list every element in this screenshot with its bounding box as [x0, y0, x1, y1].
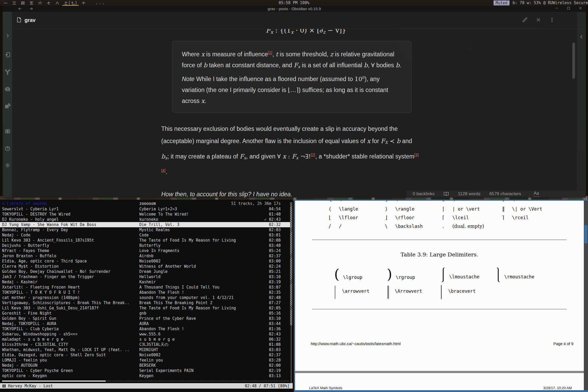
page-indicator: Page 4 of 9 [553, 341, 573, 346]
workspace-tab[interactable] [46, 0, 51, 6]
track-row[interactable]: Nedaj, TOKYOPILL - AURAAURA03:44 [0, 321, 290, 326]
help-icon[interactable] [5, 146, 10, 152]
history-back-icon[interactable] [18, 7, 22, 11]
obsidian-status-bar: 0 backlinks 1128 words 6578 characters A… [406, 190, 586, 197]
track-row[interactable]: Jak3 / Trashman - Finger on the TriggerH… [0, 274, 290, 279]
track-row[interactable]: bliss3three - C3L3STIAL_CITYC3L3STIAL天の0… [0, 342, 290, 347]
settings-gear-icon[interactable] [5, 162, 10, 169]
music-player-terminal: < Library of uwuton zooooom 51 tracks, 2… [0, 200, 293, 392]
track-row[interactable]: TOKYOPILL - Cyber Psyche GreenSerial Exp… [0, 368, 290, 373]
clipped-math-line: Fx : {(1x · 0) × [∂z − v]} [161, 29, 419, 34]
delimiter-cell: ⌊\lfloor [329, 215, 385, 220]
player-scrollbar-thumb[interactable] [290, 202, 292, 325]
track-row[interactable]: Bonnaz, Flytramp - Every DayMystic Realm… [0, 227, 290, 232]
footnote-link[interactable]: [1] [268, 51, 272, 55]
pause-icon[interactable] [3, 384, 5, 388]
now-playing-time: 02:48 / 07:51 [80%] [245, 384, 290, 388]
track-list: Sewerslvt - Cyberia Lyr1Cyberia Lyr1+2=3… [0, 206, 290, 378]
track-row[interactable]: Goreshit - Fine Nightgnb05:16 [0, 311, 290, 316]
book-open-icon[interactable] [443, 192, 449, 196]
workspace-tab[interactable] [55, 0, 60, 6]
more-dots-icon[interactable] [549, 17, 555, 23]
random-note-icon[interactable] [5, 103, 10, 110]
track-row[interactable]: LOMAJI - feelin youfeelin you03:28 [0, 358, 290, 363]
workspace-tab[interactable] [81, 0, 86, 6]
workspace-tab[interactable] [29, 0, 34, 6]
history-forward-icon[interactable] [29, 7, 33, 11]
delimiter-cell: ⎰\lmoustache [440, 267, 495, 281]
seek-bar[interactable] [2, 381, 290, 382]
workspace-tab[interactable]: () [63, 0, 77, 6]
document-title: LaTeX Math Symbols [309, 386, 343, 390]
track-row[interactable]: Lil Kevo 303 - Ancient_Fossils_187s195tT… [0, 238, 290, 243]
slides-icon[interactable] [5, 128, 10, 135]
pencil-icon[interactable] [522, 17, 527, 23]
track-row[interactable]: cat mother - progression (140bpm)sounds … [0, 295, 290, 300]
track-row[interactable]: Whethan, midwxst, Yeat, Matt Ox - LOCK I… [0, 347, 290, 352]
track-row[interactable]: Clerra My$t - DistortionWitness of Anoth… [0, 264, 290, 269]
track-row[interactable]: TOKYOPILL - Club CyberiaAbandon The Fles… [0, 326, 290, 332]
track-row[interactable]: Xxtarlit☾ - Fleeting Frozen HeartA Thous… [0, 285, 290, 290]
track-row[interactable]: DJ Kuroneko - holy angelkuroneko✓ 02:43 [0, 217, 290, 222]
character-count: 6578 characters [489, 191, 521, 197]
track-row[interactable]: Nedaj - CodeCode03:01 [0, 232, 290, 238]
track-row[interactable]: DJ Yung Vamp - She Wanna Fok Wit Da Boss… [0, 222, 290, 227]
horizontal-rule [312, 309, 567, 309]
minimize-icon[interactable] [555, 6, 559, 11]
track-row[interactable]: maladapt - s u b m e r g es u b m e r g … [0, 337, 290, 342]
close-icon[interactable] [579, 6, 582, 11]
delimiter-cell: {\lbrace [329, 201, 385, 202]
track-row[interactable]: Subaruu, Windowshopping - sh5<<<www.555.… [0, 332, 290, 337]
callout-block: Where x is measure of influence[1], t is… [172, 41, 412, 113]
delimiter-cell: }\rbrace [385, 201, 442, 202]
delimiter-cell: |\arrowvert [334, 288, 387, 294]
obsidian-titlebar: grav - posts - Obsidian v0.15.9 [3, 6, 586, 12]
workspace-tab[interactable] [38, 0, 43, 6]
footnote-link[interactable]: [2] [311, 153, 315, 157]
track-row[interactable]: Golden Boy, Deejay Chainwallet - No! Sur… [0, 269, 290, 274]
open-note-icon[interactable] [5, 52, 10, 59]
pdf-page-5: LaTeX Math Symbols 3/29/17, 10:20 AM [295, 373, 584, 390]
workspace-tab[interactable] [20, 0, 25, 6]
track-row[interactable]: Sewerslvt - Cyberia Lyr1Cyberia Lyr1+2=3… [0, 206, 290, 212]
track-row[interactable]: Lil Kevo 303 - Ushi_Ga_Suki_Desu_214f187… [0, 305, 290, 311]
pdf-scrollbar-thumb[interactable] [584, 225, 587, 243]
track-row[interactable]: Nedaj - KashmirKashmir03:19 [0, 279, 290, 285]
player-scrollbar[interactable] [290, 206, 292, 384]
workspace-overflow[interactable]: ... [95, 1, 106, 5]
body-paragraph-italic: How then, to account for this slip? I ha… [161, 188, 419, 200]
collapse-right-icon[interactable] [579, 34, 584, 39]
reading-mode-toggle[interactable]: Aa [534, 191, 539, 197]
player-header: < Library of uwuton zooooom 51 tracks, 2… [0, 201, 290, 206]
track-row[interactable]: Eldia, Dazegxd, optic core - Shell Zero … [0, 352, 290, 358]
pdf-scrollbar[interactable] [584, 201, 588, 390]
track-row[interactable]: Nfract - Fayes ThemeLove In Fragments05:… [0, 248, 290, 253]
body-paragraph: This necessary exclusion of bodies would… [161, 123, 419, 178]
pdf-next-page-header: LaTeX Math Symbols 3/29/17, 10:20 AM [309, 386, 572, 390]
track-row[interactable]: Deijuvhs - ButterflyButterfly03:48 [0, 243, 290, 248]
track-row[interactable]: Golden Boy - Spirit GunPrince of the Cyb… [0, 316, 290, 321]
track-row[interactable]: TOKYOPILL - T O K Y O F R U I T !Abandon… [0, 290, 290, 295]
delimiter-cell: |\bracevert [440, 288, 495, 294]
playlist-name: zooooom [139, 201, 222, 206]
track-row[interactable]: Nedaj - AUTOGUNBERSERK02:00 [0, 363, 290, 368]
graph-view-icon[interactable] [5, 69, 10, 76]
delimiter-cell: || or \vert [442, 206, 502, 212]
editor-scrollbar-thumb[interactable] [572, 42, 575, 79]
workspace-switcher: () [3, 0, 86, 6]
track-row[interactable]: Eldia, Age, optic core - Third SpaceNois… [0, 259, 290, 264]
source-url: http://www.math.ubc.ca/~cautis/tools/lat… [311, 341, 401, 346]
expand-sidebar-icon[interactable] [5, 33, 10, 39]
library-link[interactable]: < Library of uwuton [0, 201, 139, 206]
close-pane-icon[interactable] [536, 17, 541, 23]
workspace-tab[interactable] [3, 0, 8, 6]
card-stack-icon[interactable] [5, 86, 10, 93]
delimiter-cell: ⟩\rangle [385, 206, 442, 212]
track-row[interactable]: TOKYOPILL - DESTROY The WiredWelcome To … [0, 212, 290, 217]
maximize-icon[interactable] [567, 6, 570, 11]
workspace-tab[interactable] [12, 0, 17, 6]
backlinks-count[interactable]: 0 backlinks [413, 191, 435, 197]
track-row[interactable]: Vertigoaway, Schizoscriptures - Break Th… [0, 300, 290, 305]
track-row[interactable]: Jeron Braxton - BuffaloAirdnb02:37 [0, 253, 290, 259]
track-row[interactable]: optic core - KeygenKeygen03:13 [0, 373, 290, 378]
